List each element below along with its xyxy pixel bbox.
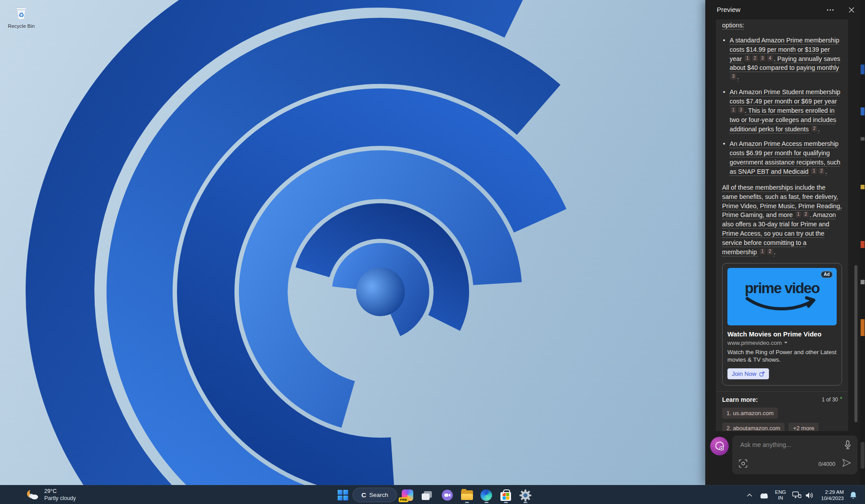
ad-badge: Ad [821,271,833,278]
windows-logo-icon [338,490,348,500]
citation-chip[interactable]: 3 [730,73,736,80]
citation-chip[interactable]: 2 [752,55,758,61]
citation-chip[interactable]: 2 [811,126,817,132]
citation-chip[interactable]: 2 [767,248,773,255]
visual-search-icon [738,459,748,468]
running-indicator [523,502,527,503]
ad-url-text: www.primevideo.com [727,340,782,346]
weather-condition: Partly cloudy [44,495,76,502]
ad-banner[interactable]: Ad prime video [727,268,837,325]
edge-browser-icon [481,489,492,501]
panel-title: Preview [717,6,740,13]
clock-tray-button[interactable]: 2:29 AM 10/4/2023 [818,488,845,503]
tray-overflow-button[interactable] [744,488,755,503]
prime-video-logo: prime video [745,281,819,295]
assistant-message-bubble: options:A standard Amazon Prime membersh… [716,19,848,431]
taskbar: 29°C Partly cloudy C Search PRE [0,485,865,504]
weather-text: 29°C Partly cloudy [44,488,76,502]
message-text: . This is for members enrolled in two or… [730,107,836,133]
message-text: options: [722,22,744,29]
video-chat-icon [442,489,453,501]
citation-chip[interactable]: 1 [811,168,817,174]
learn-more-label: Learn more: [722,396,758,403]
microphone-icon [843,440,852,450]
tray-date: 10/4/2023 [821,495,844,501]
close-button[interactable] [846,4,857,15]
edge-button[interactable] [478,488,494,503]
chat-input[interactable] [739,441,832,449]
chevron-up-icon [746,493,753,498]
file-explorer-icon [461,490,473,500]
panel-scrollbar-thumb[interactable] [854,265,857,422]
weather-widget[interactable]: 29°C Partly cloudy [21,487,80,503]
message-blocks: options:A standard Amazon Prime membersh… [722,21,842,257]
recycle-bin-icon: ♻ [12,3,31,21]
send-icon [842,458,851,468]
learn-more-link[interactable]: 1. us.amazon.com [722,408,778,419]
copilot-preview-badge: PRE [399,497,408,502]
message-text: An Amazon Prime Student membership costs… [730,88,840,105]
visual-search-button[interactable] [738,459,748,470]
learn-more-links: 1. us.amazon.com2. aboutamazon.com+2 mor… [722,408,842,431]
network-tray-button[interactable] [790,488,803,503]
citation-chip[interactable]: 2 [819,168,824,174]
citation-chip[interactable]: 1 [760,248,765,255]
citation-chip[interactable]: 3 [760,55,765,61]
message-bullet: A standard Amazon Prime membership costs… [722,36,842,82]
learn-more-link[interactable]: 2. aboutamazon.com [722,423,784,431]
ad-headline-link[interactable]: Watch Movies on Prime Video [727,330,837,338]
citation-chip[interactable]: 3 [738,107,744,113]
volume-tray-button[interactable] [803,488,816,503]
recycle-bin-shortcut[interactable]: ♻ Recycle Bin [4,3,39,29]
message-text: . [737,73,739,80]
character-counter: 0/4000 [819,461,835,467]
onedrive-tray-button[interactable] [757,488,771,503]
message-bullet: An Amazon Prime Access membership costs … [722,139,842,176]
running-indicator [504,502,508,503]
search-box[interactable]: C Search [353,488,397,502]
onedrive-cloud-icon [759,492,769,499]
citation-chip[interactable]: 2 [803,211,809,218]
notifications-button[interactable] [846,488,860,503]
language-code: ENG [775,489,786,495]
join-now-label: Join Now [732,370,757,377]
citation-chip[interactable]: 1 [745,55,750,61]
background-window-sliver [860,0,865,485]
ad-url[interactable]: www.primevideo.com [727,340,837,346]
settings-button[interactable] [517,488,533,503]
message-text: . [825,168,827,175]
notification-bell-icon [849,491,857,500]
external-link-icon [759,371,765,377]
message-text: . [774,248,776,256]
running-indicator [484,502,488,503]
learn-more-row: Learn more: 1 of 30 [722,396,842,403]
microsoft-store-button[interactable] [498,488,514,503]
weather-temperature: 29°C [44,488,76,495]
more-options-button[interactable] [825,4,835,15]
settings-gear-icon [519,489,531,501]
new-chat-icon [714,441,725,451]
file-explorer-button[interactable] [459,488,475,503]
volume-icon [804,491,814,500]
citation-chip[interactable]: 1 [796,211,801,218]
language-indicator[interactable]: ENG IN [773,488,788,503]
message-paragraph: All of these memberships include the sam… [722,183,842,257]
send-button[interactable] [842,458,851,470]
citation-chip[interactable]: 1 [730,107,736,113]
message-bullet: An Amazon Prime Student membership costs… [722,88,842,134]
new-topic-button[interactable] [710,437,729,455]
join-now-button[interactable]: Join Now [727,368,769,379]
copilot-button[interactable]: PRE [400,488,415,503]
close-icon [849,7,854,13]
region-code: IN [778,495,783,501]
start-button[interactable] [335,488,351,503]
microphone-button[interactable] [843,440,852,452]
citation-chip[interactable]: 4 [767,55,773,61]
chat-button[interactable] [439,488,455,503]
search-logo-icon: C [361,491,366,499]
tray-time: 2:29 AM [825,489,844,495]
chat-input-container: 0/4000 [732,435,857,474]
task-view-button[interactable] [419,488,435,503]
learn-more-link[interactable]: +2 more [788,423,819,431]
recycle-bin-label: Recycle Bin [4,23,39,29]
